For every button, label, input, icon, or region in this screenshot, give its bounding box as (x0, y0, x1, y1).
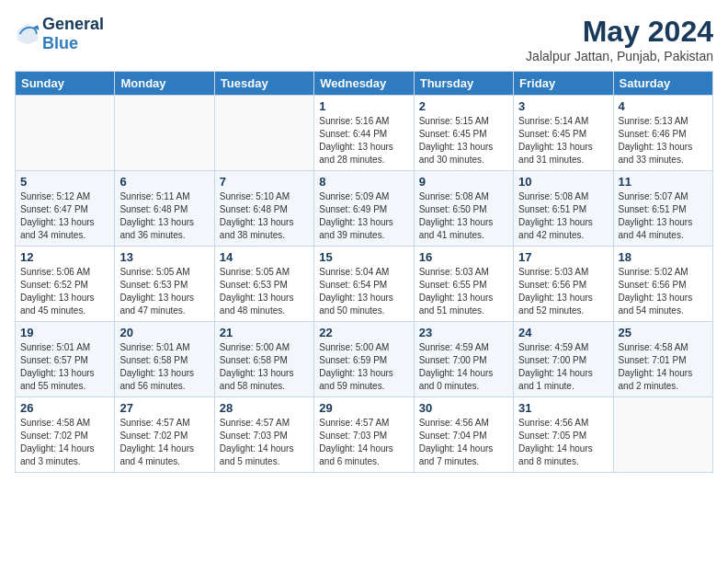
day-info: Sunrise: 5:16 AM Sunset: 6:44 PM Dayligh… (319, 115, 408, 167)
day-info: Sunrise: 5:06 AM Sunset: 6:52 PM Dayligh… (20, 266, 109, 317)
calendar-cell: 24Sunrise: 4:59 AM Sunset: 7:00 PM Dayli… (514, 322, 613, 397)
day-info: Sunrise: 5:05 AM Sunset: 6:53 PM Dayligh… (220, 266, 309, 317)
day-number: 9 (419, 175, 508, 189)
column-header-tuesday: Tuesday (214, 72, 313, 96)
day-info: Sunrise: 5:14 AM Sunset: 6:45 PM Dayligh… (518, 115, 608, 167)
day-number: 2 (419, 99, 508, 113)
location-subtitle: Jalalpur Jattan, Punjab, Pakistan (526, 49, 713, 63)
day-number: 30 (419, 401, 508, 415)
calendar-week-row: 5Sunrise: 5:12 AM Sunset: 6:47 PM Daylig… (16, 171, 713, 247)
calendar-cell: 26Sunrise: 4:58 AM Sunset: 7:02 PM Dayli… (16, 397, 115, 473)
calendar-cell: 19Sunrise: 5:01 AM Sunset: 6:57 PM Dayli… (16, 322, 115, 397)
day-info: Sunrise: 5:05 AM Sunset: 6:53 PM Dayligh… (119, 266, 209, 317)
day-number: 15 (319, 250, 408, 264)
day-info: Sunrise: 5:08 AM Sunset: 6:51 PM Dayligh… (518, 190, 608, 242)
calendar-cell (115, 96, 214, 171)
calendar-cell: 22Sunrise: 5:00 AM Sunset: 6:59 PM Dayli… (314, 322, 414, 397)
day-number: 19 (20, 326, 109, 339)
calendar-cell: 29Sunrise: 4:57 AM Sunset: 7:03 PM Dayli… (314, 397, 414, 473)
day-info: Sunrise: 5:02 AM Sunset: 6:56 PM Dayligh… (619, 266, 708, 317)
day-info: Sunrise: 5:01 AM Sunset: 6:57 PM Dayligh… (20, 341, 109, 393)
day-number: 7 (220, 175, 309, 189)
calendar-cell: 28Sunrise: 4:57 AM Sunset: 7:03 PM Dayli… (214, 397, 313, 473)
calendar-cell: 11Sunrise: 5:07 AM Sunset: 6:51 PM Dayli… (613, 171, 712, 247)
day-number: 24 (518, 326, 608, 339)
calendar-cell: 15Sunrise: 5:04 AM Sunset: 6:54 PM Dayli… (314, 247, 414, 322)
column-header-friday: Friday (514, 72, 613, 96)
day-info: Sunrise: 5:07 AM Sunset: 6:51 PM Dayligh… (619, 190, 708, 242)
day-info: Sunrise: 5:04 AM Sunset: 6:54 PM Dayligh… (319, 266, 408, 317)
day-info: Sunrise: 5:08 AM Sunset: 6:50 PM Dayligh… (419, 190, 508, 242)
calendar-cell: 5Sunrise: 5:12 AM Sunset: 6:47 PM Daylig… (16, 171, 115, 247)
logo-general: General (42, 15, 104, 33)
day-info: Sunrise: 4:56 AM Sunset: 7:05 PM Dayligh… (518, 417, 608, 468)
day-number: 4 (619, 99, 708, 113)
calendar-cell: 23Sunrise: 4:59 AM Sunset: 7:00 PM Dayli… (414, 322, 513, 397)
logo-icon (15, 21, 40, 47)
calendar-cell (214, 96, 313, 171)
day-info: Sunrise: 5:09 AM Sunset: 6:49 PM Dayligh… (319, 190, 408, 242)
month-year-title: May 2024 (526, 15, 713, 49)
day-info: Sunrise: 5:01 AM Sunset: 6:58 PM Dayligh… (119, 341, 209, 393)
column-header-thursday: Thursday (414, 72, 513, 96)
day-info: Sunrise: 5:00 AM Sunset: 6:59 PM Dayligh… (319, 341, 408, 393)
day-number: 8 (319, 175, 408, 189)
day-number: 28 (220, 401, 309, 415)
day-number: 14 (220, 250, 309, 264)
calendar-cell: 4Sunrise: 5:13 AM Sunset: 6:46 PM Daylig… (613, 96, 712, 171)
calendar-cell: 18Sunrise: 5:02 AM Sunset: 6:56 PM Dayli… (613, 247, 712, 322)
day-number: 11 (619, 175, 708, 189)
calendar-cell: 17Sunrise: 5:03 AM Sunset: 6:56 PM Dayli… (514, 247, 613, 322)
day-info: Sunrise: 4:57 AM Sunset: 7:03 PM Dayligh… (319, 417, 408, 468)
calendar-cell: 16Sunrise: 5:03 AM Sunset: 6:55 PM Dayli… (414, 247, 513, 322)
day-number: 5 (20, 175, 109, 189)
day-number: 26 (20, 401, 109, 415)
day-info: Sunrise: 5:11 AM Sunset: 6:48 PM Dayligh… (119, 190, 209, 242)
calendar-cell (613, 397, 712, 473)
calendar-cell: 21Sunrise: 5:00 AM Sunset: 6:58 PM Dayli… (214, 322, 313, 397)
day-info: Sunrise: 5:12 AM Sunset: 6:47 PM Dayligh… (20, 190, 109, 242)
calendar-cell: 27Sunrise: 4:57 AM Sunset: 7:02 PM Dayli… (115, 397, 214, 473)
day-number: 17 (518, 250, 608, 264)
calendar-cell: 9Sunrise: 5:08 AM Sunset: 6:50 PM Daylig… (414, 171, 513, 247)
day-info: Sunrise: 5:00 AM Sunset: 6:58 PM Dayligh… (220, 341, 309, 393)
day-number: 21 (220, 326, 309, 339)
calendar-cell (16, 96, 115, 171)
calendar-cell: 31Sunrise: 4:56 AM Sunset: 7:05 PM Dayli… (514, 397, 613, 473)
calendar-week-row: 19Sunrise: 5:01 AM Sunset: 6:57 PM Dayli… (16, 322, 713, 397)
calendar-cell: 7Sunrise: 5:10 AM Sunset: 6:48 PM Daylig… (214, 171, 313, 247)
day-number: 3 (518, 99, 608, 113)
calendar-cell: 25Sunrise: 4:58 AM Sunset: 7:01 PM Dayli… (613, 322, 712, 397)
day-number: 16 (419, 250, 508, 264)
day-number: 27 (119, 401, 209, 415)
day-number: 10 (518, 175, 608, 189)
calendar-week-row: 12Sunrise: 5:06 AM Sunset: 6:52 PM Dayli… (16, 247, 713, 322)
day-info: Sunrise: 4:57 AM Sunset: 7:02 PM Dayligh… (119, 417, 209, 468)
day-number: 20 (119, 326, 209, 339)
day-info: Sunrise: 4:59 AM Sunset: 7:00 PM Dayligh… (518, 341, 608, 393)
calendar-cell: 2Sunrise: 5:15 AM Sunset: 6:45 PM Daylig… (414, 96, 513, 171)
day-number: 25 (619, 326, 708, 339)
day-number: 31 (518, 401, 608, 415)
column-header-saturday: Saturday (613, 72, 712, 96)
logo-blue: Blue (42, 34, 78, 52)
calendar-cell: 8Sunrise: 5:09 AM Sunset: 6:49 PM Daylig… (314, 171, 414, 247)
day-number: 6 (119, 175, 209, 189)
day-number: 23 (419, 326, 508, 339)
calendar-cell: 20Sunrise: 5:01 AM Sunset: 6:58 PM Dayli… (115, 322, 214, 397)
day-number: 29 (319, 401, 408, 415)
calendar-cell: 3Sunrise: 5:14 AM Sunset: 6:45 PM Daylig… (514, 96, 613, 171)
day-info: Sunrise: 4:57 AM Sunset: 7:03 PM Dayligh… (220, 417, 309, 468)
day-info: Sunrise: 4:58 AM Sunset: 7:01 PM Dayligh… (619, 341, 708, 393)
calendar-cell: 1Sunrise: 5:16 AM Sunset: 6:44 PM Daylig… (314, 96, 414, 171)
day-number: 1 (319, 99, 408, 113)
calendar-cell: 13Sunrise: 5:05 AM Sunset: 6:53 PM Dayli… (115, 247, 214, 322)
title-block: May 2024 Jalalpur Jattan, Punjab, Pakist… (526, 15, 713, 63)
column-header-monday: Monday (115, 72, 214, 96)
page-header: General Blue May 2024 Jalalpur Jattan, P… (15, 15, 713, 63)
calendar-week-row: 26Sunrise: 4:58 AM Sunset: 7:02 PM Dayli… (16, 397, 713, 473)
day-number: 18 (619, 250, 708, 264)
column-header-wednesday: Wednesday (314, 72, 414, 96)
day-info: Sunrise: 4:58 AM Sunset: 7:02 PM Dayligh… (20, 417, 109, 468)
day-info: Sunrise: 5:03 AM Sunset: 6:55 PM Dayligh… (419, 266, 508, 317)
